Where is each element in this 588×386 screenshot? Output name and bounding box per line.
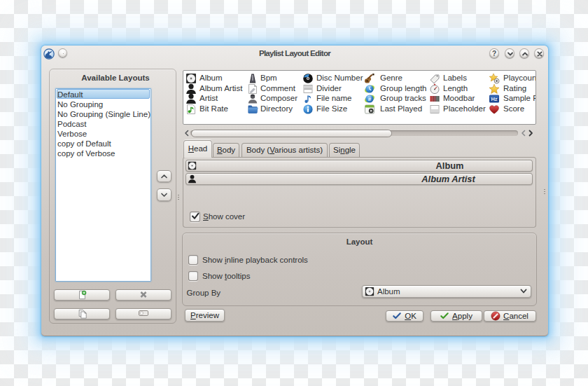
svg-text:Hz: Hz <box>491 96 497 102</box>
svg-text:#: # <box>368 96 372 102</box>
